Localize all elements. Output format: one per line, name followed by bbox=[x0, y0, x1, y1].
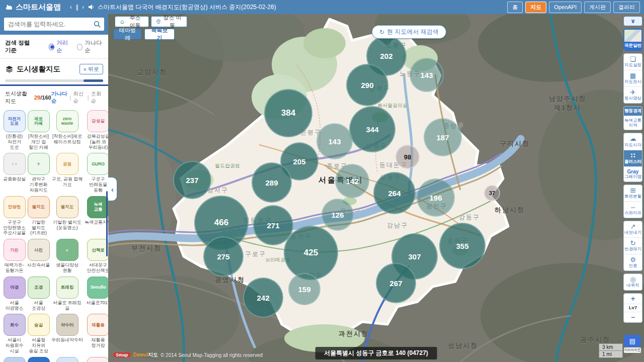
list-view-button[interactable]: 목록보기 bbox=[144, 29, 175, 40]
basemap-selector-button[interactable]: 국문일반 bbox=[623, 29, 642, 51]
research-current-map-button[interactable]: ↻ 현 지도에서 재검색 bbox=[372, 25, 446, 39]
theme-item[interactable]: ⊘차 없는 거리 bbox=[3, 357, 26, 362]
header-nav-home[interactable]: 홈 bbox=[507, 2, 523, 13]
tool-지도시각화[interactable]: ☁지도시각화 bbox=[624, 133, 642, 149]
theme-item[interactable]: Seoullo서울로7017 bbox=[85, 277, 108, 311]
tool-내보내기[interactable]: ↗내보내기 bbox=[624, 221, 642, 237]
theme-item[interactable]: ⌕생물다양성 현황 bbox=[51, 239, 83, 274]
theme-item[interactable]: GURO구로구 반려동물 동행 bbox=[85, 153, 108, 193]
cluster-marker[interactable]: 290 bbox=[346, 64, 388, 106]
cluster-marker[interactable]: 37 bbox=[484, 185, 500, 201]
cluster-marker[interactable]: 143 bbox=[316, 123, 353, 159]
cluster-marker[interactable]: 355 bbox=[439, 223, 486, 269]
theme-item[interactable]: ☀관악구 기후변화 자원지도 bbox=[27, 153, 50, 193]
tool-정사영상[interactable]: ✈정사영상 bbox=[624, 86, 642, 103]
order-link-1[interactable]: 최신순 bbox=[73, 90, 86, 105]
theme-item[interactable]: 사진사진속서울 bbox=[27, 239, 50, 274]
theme-item[interactable]: 숲길서울형 치유의 숲길 조성 bbox=[27, 314, 50, 353]
cluster-marker[interactable]: 98 bbox=[395, 145, 420, 169]
notice-next-button[interactable]: › bbox=[82, 4, 84, 11]
theme-item[interactable]: 가든매력가든-동행가든 bbox=[3, 239, 26, 274]
zoom-out-button[interactable]: − bbox=[624, 312, 642, 322]
theme-item[interactable]: 약수터우리동네약수터 bbox=[51, 314, 83, 353]
tool-인증[interactable]: ⚙인증 bbox=[624, 254, 642, 270]
theme-item[interactable]: 회수서울시 자원회수 시설 bbox=[3, 314, 26, 353]
theme-item[interactable]: 야경서울 야경명소 bbox=[3, 277, 26, 311]
theme-item-icon: 감성길 bbox=[87, 110, 108, 132]
theme-item[interactable]: 약품폐의약품 전용수거함 위치 bbox=[85, 357, 108, 362]
theme-item[interactable]: 트레킹서울로 트레킹 길 bbox=[51, 277, 83, 311]
tool-내위치[interactable]: ◎내위치 bbox=[624, 274, 642, 290]
cluster-marker[interactable]: 264 bbox=[373, 172, 416, 214]
cluster-marker[interactable]: 126 bbox=[321, 199, 354, 231]
panel-collapse-button[interactable]: ∨ bbox=[623, 16, 642, 26]
sidebar-scrollbar[interactable] bbox=[106, 191, 108, 256]
search-button[interactable] bbox=[90, 21, 105, 28]
theme-legend-button[interactable]: 테마범례 bbox=[113, 29, 142, 40]
move-by-address-button[interactable]: 주소 이동 bbox=[115, 16, 149, 27]
tool-녹색교통 지역[interactable]: 녹색교통 지역 bbox=[624, 116, 642, 130]
search-input[interactable] bbox=[4, 21, 90, 28]
theme-item[interactable]: 제로 카페[착한소비] 개인 컵 할인 카페 bbox=[27, 110, 50, 150]
theme-item[interactable]: 조경서울 조경상 bbox=[27, 277, 50, 311]
order-link-0[interactable]: 가나다순 bbox=[51, 90, 68, 105]
theme-item[interactable]: 시설폐기물 관련 환경 기초시설(공공) bbox=[51, 357, 83, 362]
cluster-marker[interactable]: 344 bbox=[349, 106, 395, 152]
theme-item[interactable]: zero waste[착한소비]제로 웨이스트상점 bbox=[51, 110, 83, 150]
theme-item-icon: 조경 bbox=[28, 277, 50, 299]
header-nav-map[interactable]: 지도 bbox=[525, 2, 546, 13]
theme-item-label: 우리동네약수터 bbox=[51, 337, 83, 343]
tool-화면분할[interactable]: ⊞화면분할 bbox=[624, 185, 642, 201]
header-nav-gallery[interactable]: 갤러리 bbox=[613, 2, 640, 13]
cluster-marker[interactable]: 142 bbox=[335, 164, 369, 198]
theme-item[interactable]: 공원구로, 공원 함께 가요 bbox=[51, 153, 83, 193]
theme-item[interactable]: 녹색 교통녹색교통지역 bbox=[85, 196, 108, 236]
theme-item[interactable]: 감성길강북감성길(놀러 와 우리동네) bbox=[85, 110, 108, 150]
cluster-marker[interactable]: 425 bbox=[284, 226, 338, 280]
tool-반경재기[interactable]: ↻반경재기 bbox=[624, 237, 642, 254]
cluster-marker[interactable]: 384 bbox=[264, 89, 312, 137]
theme-item[interactable]: 별지도기발한 별지도 (키즈판) bbox=[27, 196, 50, 236]
theme-item[interactable]: 자전거 도로(친환경)자전거 도로 bbox=[3, 110, 26, 150]
theme-item[interactable]: ♂♀공중화장실 bbox=[3, 153, 26, 193]
tool-클러스터[interactable]: ∷클러스터 bbox=[624, 150, 642, 166]
notice-pause-button[interactable]: ∥ bbox=[75, 4, 78, 11]
sort-radio-0[interactable]: 거리순 bbox=[49, 39, 70, 54]
cluster-marker[interactable]: 242 bbox=[243, 278, 283, 318]
cluster-marker[interactable]: 143 bbox=[410, 58, 444, 92]
tool-label: 지도전시관 bbox=[624, 79, 642, 84]
cluster-marker[interactable]: 275 bbox=[203, 236, 244, 277]
sort-radio-1[interactable]: 가나다순 bbox=[77, 39, 103, 54]
theme-item[interactable]: 재활용재활용 정거장 bbox=[85, 314, 108, 353]
cluster-marker[interactable]: 289 bbox=[252, 162, 292, 203]
tool-스와이프[interactable]: ⇔스와이프 bbox=[624, 201, 642, 218]
theme-item[interactable]: 산책로서대문구 안전산책로 bbox=[85, 239, 108, 274]
horizontal-scrollbar[interactable] bbox=[5, 79, 103, 82]
map-canvas[interactable]: 도봉구노원구강북구은평구성북구중랑구종로구동대문구성동구서울특별시용산구광진구강… bbox=[108, 14, 644, 362]
order-link-2[interactable]: 조회순 bbox=[91, 90, 103, 105]
back-button[interactable]: × 뒤로 bbox=[79, 64, 103, 74]
cluster-marker[interactable]: 187 bbox=[424, 118, 462, 156]
theme-item-label: 서울로7017 bbox=[85, 300, 108, 306]
notice-prev-button[interactable]: ‹ bbox=[70, 4, 72, 11]
theme-item[interactable]: 분리폐건전지 폐형광등 분리수거함테마 복사 bbox=[27, 357, 50, 362]
cluster-marker[interactable]: 159 bbox=[288, 273, 320, 305]
header-nav-openapi[interactable]: OpenAPI bbox=[549, 2, 582, 13]
cluster-marker[interactable]: 267 bbox=[376, 263, 416, 303]
tool-그레이맵[interactable]: Gray그레이맵 bbox=[624, 166, 642, 182]
cluster-marker[interactable]: 237 bbox=[173, 161, 211, 199]
swipe-icon: ⇔ bbox=[624, 204, 641, 211]
move-by-place-button[interactable]: 장소 이동 bbox=[151, 16, 187, 27]
tool-행정경계[interactable]: 행정경계 bbox=[624, 107, 642, 116]
cluster-marker[interactable]: 196 bbox=[417, 178, 455, 217]
image-map-button[interactable]: ▤ 이미지지도 bbox=[624, 335, 641, 353]
theme-item-icon: GURO bbox=[87, 153, 108, 175]
header-nav-board[interactable]: 게시판 bbox=[584, 2, 611, 13]
app-logo[interactable]: 스마트서울맵 bbox=[0, 3, 66, 12]
tool-지도전시관[interactable]: ▦지도전시관 bbox=[624, 70, 642, 86]
theme-item[interactable]: 별지도기발한 별지도(운동명소) bbox=[51, 196, 83, 236]
zoom-in-button[interactable]: + bbox=[624, 294, 642, 304]
sidebar-collapse-handle[interactable]: ‹ bbox=[108, 177, 117, 201]
theme-item[interactable]: 안양천구로구 안양천명소 주요시설물 bbox=[3, 196, 26, 236]
tool-지도설정[interactable]: ❏지도설정 bbox=[624, 54, 642, 70]
